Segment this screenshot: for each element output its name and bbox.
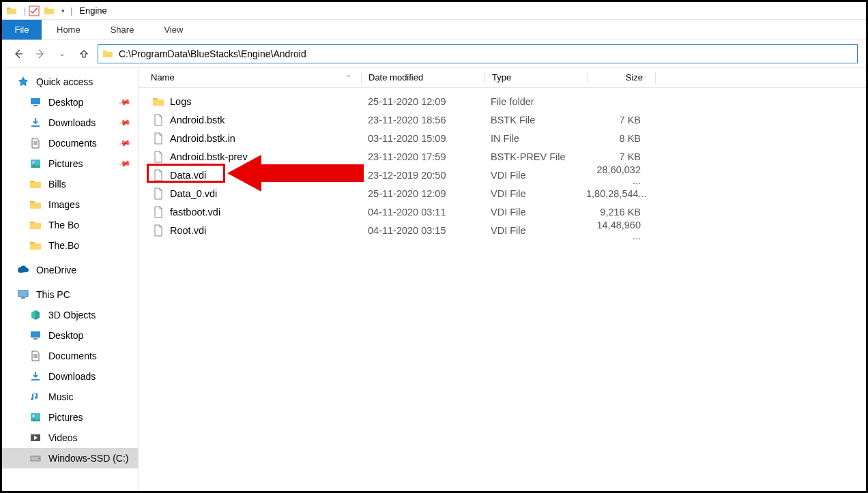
sidebar-item-label: Desktop (48, 97, 83, 108)
sidebar-this-pc[interactable]: This PC (2, 284, 138, 305)
file-type: VDI File (484, 207, 586, 218)
column-header-date[interactable]: Date modified (362, 72, 484, 83)
file-icon (152, 224, 164, 237)
file-type: VDI File (484, 225, 586, 236)
file-icon (152, 132, 164, 145)
svg-point-15 (38, 458, 40, 460)
file-rows: Logs25-11-2020 12:09File folderAndroid.b… (139, 88, 866, 239)
sidebar-item[interactable]: Images (2, 194, 138, 215)
folder-icon (29, 219, 42, 231)
file-row[interactable]: fastboot.vdi04-11-2020 03:11VDI File9,21… (139, 203, 866, 221)
videos-icon (29, 432, 42, 444)
sidebar-item[interactable]: The Bo (2, 215, 138, 235)
file-type: VDI File (484, 188, 586, 199)
sidebar-item-label: Documents (48, 138, 97, 149)
sidebar-item[interactable]: Desktop (2, 325, 138, 346)
svg-rect-9 (33, 338, 38, 340)
file-date: 23-11-2020 17:59 (361, 151, 484, 162)
up-button[interactable] (76, 46, 92, 62)
sidebar-quick-access[interactable]: Quick access (2, 72, 138, 92)
svg-rect-3 (31, 125, 40, 127)
file-icon (152, 206, 164, 218)
file-size: 7 KB (586, 115, 653, 125)
folder-icon (6, 5, 17, 16)
sidebar-onedrive[interactable]: OneDrive (2, 260, 138, 280)
sidebar-item-label: OneDrive (36, 265, 76, 275)
svg-rect-8 (31, 331, 40, 338)
file-type: BSTK File (484, 115, 586, 125)
column-header-name[interactable]: Name ⌃ (139, 72, 361, 83)
file-size: 8 KB (586, 133, 653, 144)
file-row[interactable]: Data_0.vdi25-11-2020 12:09VDI File1,80,2… (139, 184, 866, 203)
sidebar-item-label: Downloads (48, 371, 96, 382)
ribbon-tab-share[interactable]: Share (96, 20, 149, 40)
column-header-label: Name (151, 72, 175, 83)
titlebar-dropdown-icon[interactable]: ▾ (61, 8, 65, 14)
sidebar-item[interactable]: Music (2, 387, 138, 407)
navigation-bar: ⌄ C:\ProgramData\BlueStacks\Engine\Andro… (2, 40, 866, 68)
file-type: BSTK-PREV File (484, 151, 586, 162)
file-icon (152, 114, 164, 126)
sidebar-item[interactable]: Pictures📌 (2, 153, 138, 174)
sidebar-item[interactable]: Documents (2, 346, 138, 366)
pin-icon: 📌 (117, 136, 131, 150)
column-header-size[interactable]: Size (588, 72, 655, 83)
sidebar-item-label: Pictures (48, 158, 83, 169)
file-row[interactable]: Data.vdi23-12-2019 20:50VDI File28,60,03… (139, 166, 866, 184)
file-row[interactable]: Android.bstk.in03-11-2020 15:09IN File8 … (139, 129, 866, 147)
sidebar-item[interactable]: 3D Objects (2, 305, 138, 325)
folder-icon (29, 239, 42, 252)
forward-button[interactable] (32, 46, 48, 62)
file-icon (152, 151, 164, 163)
music-icon (29, 391, 42, 403)
sidebar-item[interactable]: Pictures (2, 407, 138, 428)
desktop-icon (29, 96, 42, 108)
ribbon-tab-file[interactable]: File (2, 20, 42, 40)
desktop-icon (29, 329, 42, 342)
sidebar-item[interactable]: Downloads📌 (2, 113, 138, 133)
cloud-icon (17, 264, 29, 276)
window-title: Engine (79, 5, 106, 16)
file-name: Android.bstk.in (170, 133, 235, 144)
sidebar-item-label: 3D Objects (48, 310, 96, 320)
file-date: 23-11-2020 18:56 (361, 115, 484, 125)
ribbon-tabs: File Home Share View (2, 20, 866, 40)
back-button[interactable] (10, 46, 27, 62)
file-row[interactable]: Android.bstk-prev23-11-2020 17:59BSTK-PR… (139, 147, 866, 166)
sidebar-item[interactable]: Desktop📌 (2, 92, 138, 113)
navigation-pane: Quick access Desktop📌Downloads📌Documents… (2, 68, 139, 491)
sidebar-item-label: Bills (48, 179, 66, 190)
recent-locations-button[interactable]: ⌄ (54, 46, 70, 62)
sidebar-item[interactable]: Downloads (2, 366, 138, 387)
folder-icon (29, 198, 42, 211)
sidebar-item[interactable]: Bills (2, 174, 138, 194)
check-icon (29, 5, 40, 16)
sidebar-item[interactable]: Videos (2, 428, 138, 448)
address-bar[interactable]: C:\ProgramData\BlueStacks\Engine\Android (98, 44, 858, 63)
file-row[interactable]: Logs25-11-2020 12:09File folder (139, 92, 866, 110)
folder-icon (152, 95, 164, 108)
file-name: Android.bstk-prev (170, 151, 248, 162)
sidebar-item-label: Windows-SSD (C:) (48, 453, 128, 464)
pictures-icon (29, 158, 42, 170)
sidebar-item[interactable]: Windows-SSD (C:) (2, 448, 138, 468)
sidebar-item[interactable]: The.Bo (2, 235, 138, 256)
file-row[interactable]: Root.vdi04-11-2020 03:15VDI File14,48,96… (139, 221, 866, 239)
file-date: 03-11-2020 15:09 (361, 133, 484, 144)
documents-icon (29, 137, 42, 149)
pictures-icon (29, 411, 42, 423)
column-header-type[interactable]: Type (485, 72, 588, 83)
objects3d-icon (29, 309, 42, 321)
ribbon-tab-home[interactable]: Home (42, 20, 96, 40)
svg-rect-10 (31, 379, 40, 380)
sidebar-item-label: Images (48, 199, 80, 210)
file-row[interactable]: Android.bstk23-11-2020 18:56BSTK File7 K… (139, 110, 866, 129)
titlebar-separator: | (70, 6, 72, 16)
sidebar-item-label: Desktop (48, 330, 83, 341)
file-size: 9,216 KB (586, 207, 653, 218)
pc-icon (17, 288, 29, 301)
sidebar-item[interactable]: Documents📌 (2, 133, 138, 153)
file-type: IN File (484, 133, 586, 144)
file-name: Logs (170, 96, 191, 107)
ribbon-tab-view[interactable]: View (149, 20, 198, 40)
